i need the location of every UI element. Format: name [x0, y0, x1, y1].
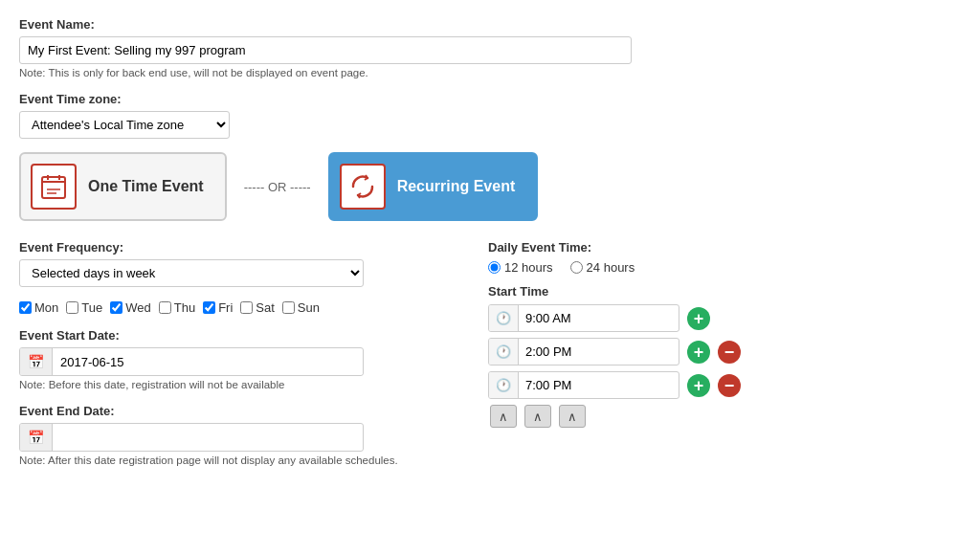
time-row-1: 🕐 +: [488, 304, 961, 332]
end-date-input[interactable]: [53, 425, 363, 451]
up-arrows-row: ∧ ∧ ∧: [488, 405, 961, 428]
12hours-label: 12 hours: [504, 260, 553, 275]
day-sun-checkbox[interactable]: [282, 301, 295, 314]
day-mon-checkbox[interactable]: [19, 301, 32, 314]
or-divider: ----- OR -----: [244, 180, 311, 194]
day-sat: Sat: [240, 300, 275, 315]
start-date-note: Note: Before this date, registration wil…: [19, 379, 459, 390]
end-date-note: Note: After this date registration page …: [19, 454, 459, 466]
clock-icon-3: 🕐: [489, 372, 519, 398]
event-frequency-label: Event Frequency:: [19, 240, 459, 255]
day-wed: Wed: [110, 300, 151, 315]
start-date-label: Event Start Date:: [19, 328, 459, 343]
add-time-1-button[interactable]: +: [687, 307, 710, 330]
time-format-row: 12 hours 24 hours: [488, 260, 961, 275]
event-type-row: One Time Event ----- OR ----- Recurring …: [19, 152, 961, 221]
add-time-2-button[interactable]: +: [687, 341, 710, 364]
remove-time-3-button[interactable]: −: [718, 374, 741, 397]
up-arrow-2-button[interactable]: ∧: [524, 405, 551, 428]
day-thu: Thu: [159, 300, 195, 315]
end-date-calendar-icon: 📅: [20, 424, 53, 451]
timezone-select[interactable]: Attendee's Local Time zone: [19, 111, 230, 139]
daily-event-time-label: Daily Event Time:: [488, 240, 961, 255]
24hours-radio-item: 24 hours: [570, 260, 635, 275]
start-date-input[interactable]: [53, 349, 363, 375]
start-time-label: Start Time: [488, 284, 961, 299]
time-input-3-wrapper: 🕐: [488, 371, 679, 399]
svg-rect-0: [42, 177, 65, 198]
day-wed-checkbox[interactable]: [110, 301, 122, 314]
event-name-input[interactable]: [19, 36, 632, 64]
day-sun: Sun: [282, 300, 320, 315]
up-arrow-3-button[interactable]: ∧: [559, 405, 586, 428]
day-tue: Tue: [66, 300, 102, 315]
one-time-event-icon: [31, 164, 77, 210]
days-of-week-row: Mon Tue Wed Thu Fri: [19, 300, 459, 315]
timezone-label: Event Time zone:: [19, 92, 961, 106]
one-time-event-button[interactable]: One Time Event: [19, 152, 227, 221]
day-tue-checkbox[interactable]: [66, 301, 78, 314]
time-input-2[interactable]: [519, 340, 679, 364]
day-fri-checkbox[interactable]: [203, 301, 215, 314]
up-arrow-1-button[interactable]: ∧: [490, 405, 517, 428]
recurring-event-icon: [340, 164, 386, 210]
end-date-wrapper: 📅: [19, 423, 364, 452]
add-time-3-button[interactable]: +: [687, 374, 710, 397]
day-mon: Mon: [19, 300, 58, 315]
clock-icon-2: 🕐: [489, 339, 519, 365]
start-date-wrapper: 📅: [19, 347, 364, 376]
time-row-2: 🕐 + −: [488, 338, 961, 366]
time-input-3[interactable]: [519, 373, 679, 397]
remove-time-2-button[interactable]: −: [718, 341, 741, 364]
day-sat-checkbox[interactable]: [240, 301, 253, 314]
event-frequency-select[interactable]: Selected days in week Daily Weekly Month…: [19, 259, 364, 287]
day-thu-checkbox[interactable]: [159, 301, 171, 314]
12hours-radio-item: 12 hours: [488, 260, 553, 275]
event-name-label: Event Name:: [19, 17, 961, 32]
recurring-event-button[interactable]: Recurring Event: [328, 152, 539, 221]
day-fri: Fri: [203, 300, 233, 315]
clock-icon-1: 🕐: [489, 305, 519, 331]
one-time-event-label: One Time Event: [88, 178, 204, 195]
end-date-label: Event End Date:: [19, 404, 459, 418]
time-input-1[interactable]: [519, 306, 679, 330]
time-input-2-wrapper: 🕐: [488, 338, 679, 366]
24hours-radio[interactable]: [570, 261, 583, 274]
12hours-radio[interactable]: [488, 261, 501, 274]
start-date-calendar-icon: 📅: [20, 348, 53, 375]
24hours-label: 24 hours: [587, 260, 635, 275]
time-row-3: 🕐 + −: [488, 371, 961, 399]
event-name-note: Note: This is only for back end use, wil…: [19, 67, 961, 78]
recurring-event-label: Recurring Event: [397, 178, 516, 195]
time-input-1-wrapper: 🕐: [488, 304, 679, 332]
